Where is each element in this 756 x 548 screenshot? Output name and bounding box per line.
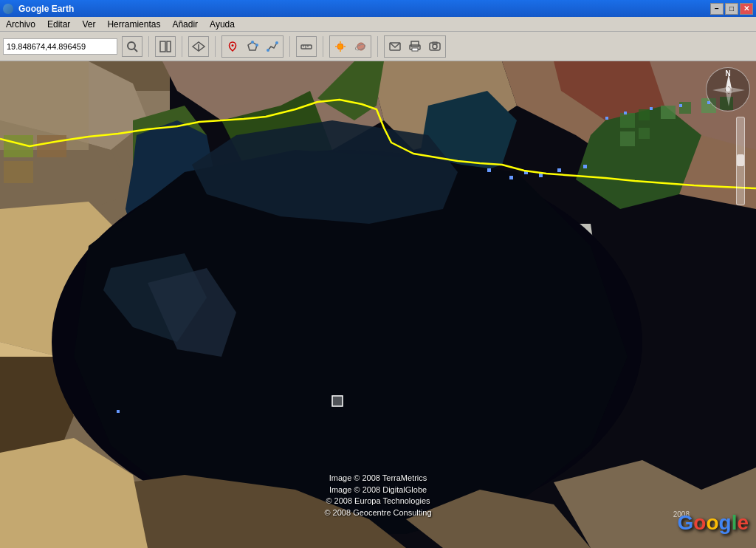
svg-rect-74 — [639, 128, 650, 139]
svg-rect-51 — [37, 135, 66, 157]
sep4 — [289, 36, 290, 57]
sep1 — [148, 36, 149, 57]
menu-herramientas[interactable]: Herramientas — [104, 18, 163, 31]
menu-editar[interactable]: Editar — [44, 18, 73, 31]
svg-rect-80 — [583, 165, 587, 168]
svg-point-11 — [275, 41, 278, 44]
svg-rect-79 — [557, 168, 561, 172]
placemark-tool[interactable] — [223, 37, 242, 56]
svg-rect-83 — [650, 107, 653, 110]
svg-rect-75 — [487, 168, 491, 172]
search-button[interactable] — [122, 36, 142, 57]
menu-ver[interactable]: Ver — [79, 18, 98, 31]
polygon-tool[interactable] — [243, 37, 262, 56]
google-logo: Google — [678, 511, 749, 535]
menubar: Archivo Editar Ver Herramientas Añadir A… — [0, 17, 756, 32]
email-button[interactable] — [385, 37, 405, 56]
restore-button[interactable]: □ — [725, 3, 738, 15]
sep2 — [182, 36, 182, 57]
attribution: Image © 2008 TerraMetrics Image © 2008 D… — [324, 473, 431, 518]
svg-point-16 — [337, 44, 343, 49]
svg-rect-82 — [624, 112, 627, 114]
svg-rect-12 — [301, 45, 312, 49]
svg-rect-86 — [117, 410, 120, 413]
view-tools — [329, 35, 371, 58]
zoom-slider[interactable] — [736, 117, 745, 205]
path-tool[interactable] — [263, 37, 282, 56]
coord-input[interactable] — [3, 38, 117, 55]
attribution-line3: © 2008 Europa Technologies — [324, 496, 431, 507]
svg-point-8 — [251, 41, 254, 44]
sun-tool[interactable] — [331, 37, 350, 56]
titlebar: Google Earth − □ ✕ — [0, 0, 756, 17]
svg-rect-24 — [411, 41, 419, 47]
svg-rect-87 — [332, 396, 343, 406]
ruler-button[interactable] — [296, 36, 317, 57]
app-title: Google Earth — [18, 4, 74, 14]
attribution-line4: © 2008 Geocentre Consulting — [324, 507, 431, 518]
panels-button[interactable] — [155, 36, 176, 57]
close-button[interactable]: ✕ — [740, 3, 753, 15]
sep6 — [377, 36, 378, 57]
sep5 — [323, 36, 323, 57]
svg-marker-89 — [726, 92, 732, 106]
svg-marker-90 — [712, 87, 727, 93]
minimize-button[interactable]: − — [710, 3, 724, 15]
attribution-line1: Image © 2008 TerraMetrics — [324, 473, 431, 484]
flyto-button[interactable] — [188, 36, 209, 57]
attribution-line2: Image © 2008 DigitalGlobe — [324, 484, 431, 496]
svg-rect-3 — [167, 41, 171, 52]
svg-rect-84 — [679, 104, 682, 107]
photo-button[interactable] — [425, 37, 444, 56]
zoom-handle[interactable] — [737, 154, 744, 166]
svg-rect-70 — [679, 102, 691, 114]
app-icon — [3, 4, 13, 14]
menu-archivo[interactable]: Archivo — [3, 18, 38, 31]
svg-point-10 — [267, 49, 269, 52]
planet-tool[interactable] — [351, 37, 370, 56]
drawing-tools — [221, 35, 284, 58]
svg-rect-69 — [661, 106, 676, 119]
menu-anadir[interactable]: Añadir — [169, 18, 201, 31]
menu-ayuda[interactable]: Ayuda — [207, 18, 238, 31]
svg-point-0 — [128, 42, 135, 49]
svg-line-1 — [134, 49, 137, 52]
svg-rect-2 — [160, 41, 165, 52]
coord-container — [3, 38, 117, 55]
sep3 — [215, 36, 216, 57]
share-tools — [384, 35, 446, 58]
titlebar-left: Google Earth — [3, 4, 74, 14]
svg-point-6 — [232, 44, 234, 47]
svg-marker-91 — [730, 87, 745, 93]
svg-rect-26 — [412, 48, 418, 51]
svg-point-92 — [726, 87, 732, 93]
compass[interactable]: N — [706, 67, 750, 112]
svg-point-9 — [255, 44, 258, 47]
toolbar — [0, 32, 756, 61]
svg-rect-68 — [639, 109, 650, 120]
svg-rect-52 — [4, 161, 33, 183]
window-controls: − □ ✕ — [710, 3, 753, 15]
map-container[interactable]: N Image © 2008 TerraMetrics Image © 2008… — [0, 61, 756, 548]
svg-rect-73 — [620, 131, 635, 146]
svg-rect-78 — [539, 174, 543, 177]
svg-rect-76 — [509, 176, 513, 179]
svg-marker-88 — [726, 74, 732, 89]
svg-rect-67 — [620, 113, 635, 128]
svg-rect-81 — [605, 117, 608, 120]
svg-point-28 — [433, 44, 437, 49]
print-button[interactable] — [405, 37, 425, 56]
